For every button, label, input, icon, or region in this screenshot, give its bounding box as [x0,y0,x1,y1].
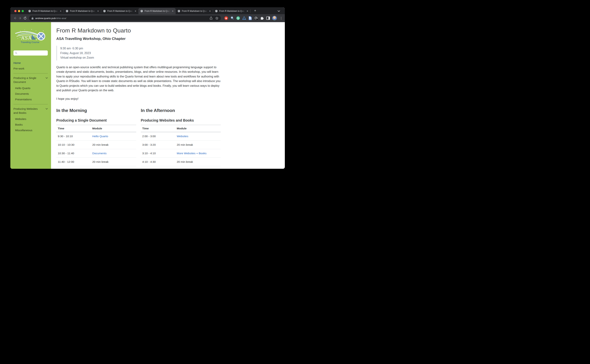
sidebar: ASA ® Traveling Course Home Pre-work [10,22,51,169]
tabs: From R Markdown to Quar × From R Markdow… [26,8,250,14]
tab-close-icon[interactable]: × [134,9,137,13]
morning-subheading: Producing a Single Document [56,118,136,123]
grammarly-icon[interactable] [236,16,240,20]
axe-accessibility-icon[interactable]: ax [242,16,246,20]
sidebar-group-single-document[interactable]: Producing a Single Document [13,76,48,84]
time-cell: 2:00 - 3:00 [141,132,175,140]
clock-lock-icon[interactable] [254,16,258,20]
share-icon[interactable] [209,16,214,20]
table-row: 4:10 - 4:30 20 min break [141,157,221,166]
reload-icon[interactable] [23,16,27,20]
morning-table: Time Module 9:30 - 10:10 Hello Quarto [56,125,136,166]
module-link-hello-quarto[interactable]: Hello Quarto [92,135,108,138]
tab-close-icon[interactable]: × [246,9,248,13]
sidebar-item-presentations[interactable]: Presentations [13,98,48,101]
search-bird-icon[interactable] [230,16,234,20]
browser-toolbar: andrew.quarto.pub/ohio-asa/ ax [10,14,285,22]
page-subtitle: ASA Travelling Workshop, Ohio Chapter [56,37,221,41]
sidebar-group-websites-books[interactable]: Producing Websites and Books [13,107,48,115]
col-time: Time [56,125,91,132]
sidebar-item-miscellaneous[interactable]: Miscellaneous [13,128,48,132]
search-input[interactable] [17,52,46,54]
table-header-row: Time Module [141,125,221,132]
chevron-down-icon[interactable] [46,77,48,79]
tab-title: From R Markdown to Quar [182,10,208,12]
time-cell: 10:10 - 10:30 [56,140,91,149]
minimize-window-button[interactable] [18,10,20,12]
tab-5[interactable]: From R Markdown to Quar × [176,8,213,14]
window-controls [14,10,24,12]
svg-text:ASA: ASA [21,35,32,41]
table-row: 3:00 - 3:20 20 min break [141,140,221,149]
tab-close-icon[interactable]: × [209,9,211,13]
new-tab-button[interactable]: + [253,9,258,13]
afternoon-table: Time Module 2:00 - 3:00 Websites [141,125,221,166]
module-cell: 20 min break [91,140,136,149]
table-row: 2:00 - 3:00 Websites [141,132,221,140]
afternoon-subheading: Producing Websites and Books [141,118,221,123]
tab-2[interactable]: From R Markdown to Quar × [64,8,101,14]
side-panel-icon[interactable] [266,16,270,20]
table-row: 10:10 - 10:30 20 min break [56,140,136,149]
chevron-down-icon[interactable] [46,108,48,110]
forward-icon[interactable] [18,16,22,20]
fullscreen-window-button[interactable] [22,10,24,12]
close-window-button[interactable] [14,10,17,12]
sidebar-item-prework[interactable]: Pre-work [13,67,48,70]
browser-window: From R Markdown to Quar × From R Markdow… [10,7,285,169]
tab-title: From R Markdown to Quar [107,10,133,12]
afternoon-heading: In the Afternoon [141,108,221,113]
extension-icons: ax ⋮ [224,16,283,20]
module-cell: 20 min break [175,140,221,149]
sidebar-search[interactable] [13,51,48,56]
back-icon[interactable] [13,16,17,20]
tab-favicon-icon [140,10,143,13]
sidebar-item-hello-quarto[interactable]: Hello Quarto [13,86,48,90]
tab-3[interactable]: From R Markdown to Quar × [101,8,138,14]
tab-close-icon[interactable]: × [60,9,62,13]
bookmark-star-icon[interactable] [215,16,219,20]
tab-close-icon[interactable]: × [172,9,174,13]
time-cell: 10:30 - 11:40 [56,149,91,157]
tab-title: From R Markdown to Quar [33,10,58,12]
svg-text:Traveling Course: Traveling Course [21,41,39,44]
tab-favicon-icon [103,10,106,13]
registered-mark: ® [36,39,37,41]
sidebar-item-websites[interactable]: Websites [13,117,48,121]
address-bar[interactable]: andrew.quarto.pub/ohio-asa/ [29,16,221,21]
tab-title: From R Markdown to Quar [219,10,245,12]
site-logo[interactable]: ASA ® Traveling Course [13,27,48,44]
tab-6[interactable]: From R Markdown to Quar × [213,8,250,14]
module-cell: 20 min break [175,157,221,166]
sidebar-item-home[interactable]: Home [13,61,48,65]
document-icon[interactable] [248,16,252,20]
module-link-websites[interactable]: Websites [177,135,188,138]
tab-1[interactable]: From R Markdown to Quar × [26,8,64,14]
time-cell: 9:30 - 10:10 [56,132,91,140]
enjoy-line: I hope you enjoy! [56,97,221,101]
tab-favicon-icon [66,10,68,13]
module-link-more-websites-books[interactable]: More Websites + Books [177,152,207,155]
page-content: ASA ® Traveling Course Home Pre-work [10,22,285,169]
tab-title: From R Markdown to Quar [145,10,170,12]
time-cell: 11:40 - 12:00 [56,157,91,166]
col-time: Time [141,125,175,132]
afternoon-column: In the Afternoon Producing Websites and … [141,108,221,166]
module-link-documents[interactable]: Documents [92,152,107,155]
workshop-date: Friday, August 18, 2023 [60,51,221,56]
main-area: From R Markdown to Quarto ASA Travelling… [51,22,285,169]
profile-avatar[interactable] [272,16,277,20]
menu-dots-icon[interactable]: ⋮ [280,16,283,20]
tab-close-icon[interactable]: × [97,9,99,13]
sidebar-item-documents[interactable]: Documents [13,92,48,96]
url-text: andrew.quarto.pub/ohio-asa/ [35,17,66,20]
sidebar-item-books[interactable]: Books [13,123,48,126]
extensions-puzzle-icon[interactable] [260,16,264,20]
tab-search-chevron-icon[interactable] [278,10,280,12]
tab-4-active[interactable]: From R Markdown to Quar × [138,8,176,14]
tab-strip: From R Markdown to Quar × From R Markdow… [10,7,285,14]
lock-icon [31,17,34,20]
col-module: Module [91,125,136,132]
sidebar-group-label: Producing a Single Document [13,76,41,84]
adblock-icon[interactable] [224,16,228,20]
